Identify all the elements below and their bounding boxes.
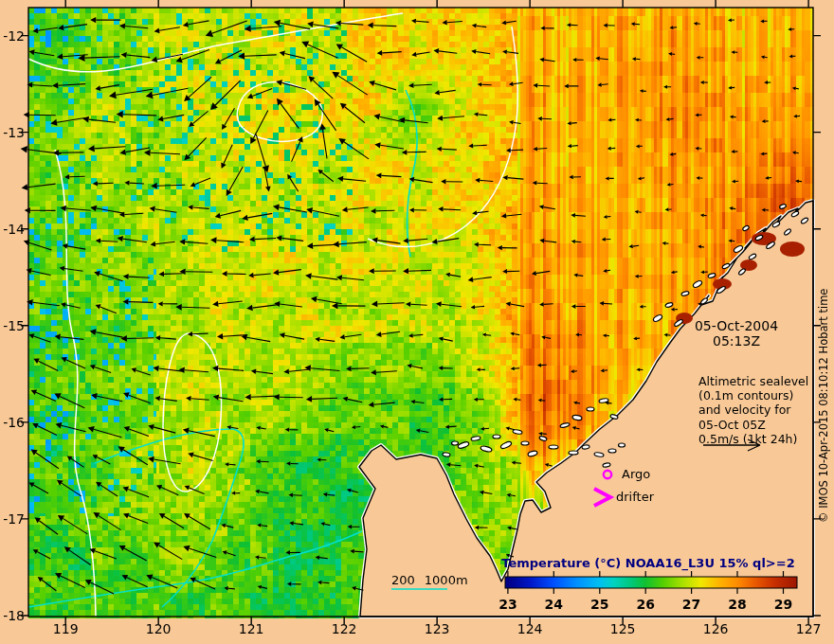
datetime-date: 05-Oct-2004 [664,318,808,333]
colorbar-tick-label: 25 [581,597,619,612]
lat-tick-label: -18 [0,609,25,622]
altimetry-legend: Altimetric sealevel (0.1m contours) and … [698,374,822,446]
colorbar-tick-label: 28 [718,597,756,612]
lat-tick-label: -14 [0,223,25,236]
bathy-200-label: 200 [391,573,415,587]
lon-tick-label: 123 [408,622,465,635]
legend-line: Altimetric sealevel [698,374,822,388]
lon-tick-label: 120 [130,622,187,635]
lat-tick-label: -13 [0,126,25,139]
lat-tick-label: -16 [0,416,25,429]
lon-tick-label: 127 [780,622,834,635]
legend-line: 05-Oct 05Z [698,418,822,432]
legend-line: (0.1m contours) [698,388,822,402]
legend-line: 0.5m/s (1kt 24h) [698,432,822,446]
lon-tick-label: 124 [501,622,558,635]
lon-tick-label: 121 [223,622,280,635]
copyright-text: © IMOS 10-Apr-2015 08:10:12 Hobart time [817,286,830,523]
lat-tick-label: -17 [0,512,25,526]
argo-label: Argo [622,467,650,481]
sst-map-figure: 05-Oct-2004 05:13Z Altimetric sealevel (… [0,0,834,644]
colorbar-tick-label: 27 [673,597,711,612]
legend-line: and velocity for [698,402,822,417]
drifter-label: drifter [616,490,654,504]
lat-tick-label: -12 [0,29,25,43]
bathymetry-legend: 2001000m [391,573,478,587]
lon-tick-label: 126 [687,622,744,635]
datetime-time: 05:13Z [664,333,808,349]
lon-tick-label: 125 [594,622,651,635]
colorbar-tick-label: 24 [535,597,572,612]
colorbar-tick-label: 23 [489,597,527,612]
colorbar-title: Temperature (°C) NOAA16_L3U 15% ql>=2 [501,556,795,570]
colorbar-tick-label: 29 [764,597,802,612]
bathy-1000-label: 1000m [425,573,468,587]
lat-tick-label: -15 [0,319,25,332]
lon-tick-label: 119 [37,622,94,635]
colorbar-tick-label: 26 [626,597,664,612]
lon-tick-label: 122 [316,622,372,635]
bathymetry-contours [28,90,417,607]
datetime-annotation: 05-Oct-2004 05:13Z [664,318,808,349]
